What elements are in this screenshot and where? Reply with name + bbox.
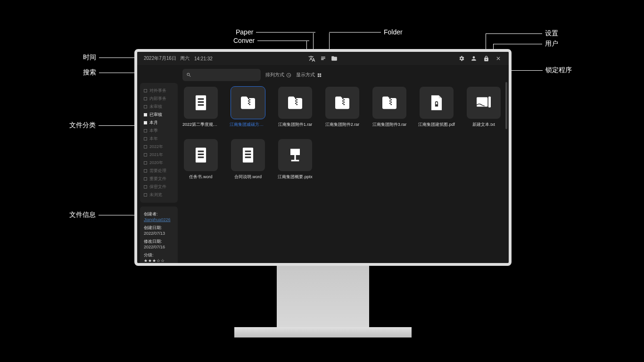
svg-rect-31: [198, 151, 204, 152]
category-label: 2021年: [149, 152, 163, 158]
svg-rect-29: [488, 97, 491, 107]
svg-rect-1: [198, 99, 204, 100]
category-item[interactable]: 本季: [143, 127, 175, 135]
monitor-base: [234, 327, 412, 337]
close-icon[interactable]: [495, 55, 502, 62]
svg-rect-36: [245, 154, 251, 155]
checkbox-icon: [144, 145, 147, 148]
callout-folder: Folder: [329, 28, 403, 36]
file-label: 合同说明.word: [234, 174, 262, 180]
svg-rect-20: [342, 103, 344, 104]
svg-rect-39: [291, 160, 299, 161]
category-item[interactable]: 2020年: [143, 159, 175, 167]
category-label: 本月: [149, 120, 158, 126]
svg-rect-21: [344, 104, 345, 106]
file-item[interactable]: 江南集团附件2.rar: [324, 87, 361, 128]
modified-value: 2022/07/16: [144, 245, 165, 249]
file-item[interactable]: 江南集团附件1.rar: [277, 87, 314, 128]
svg-rect-11: [297, 99, 298, 101]
settings-icon[interactable]: [458, 55, 465, 62]
user-icon[interactable]: [470, 55, 478, 62]
file-item[interactable]: 江南集团概要.pptx: [277, 139, 314, 180]
category-item[interactable]: 内部事务: [143, 95, 175, 103]
file-item[interactable]: 江南集团减碳方案.rar: [230, 87, 266, 128]
category-label: 未审核: [149, 104, 162, 110]
callout-settings: 设置: [486, 29, 558, 38]
category-item[interactable]: 2022年: [143, 143, 175, 151]
svg-rect-23: [391, 99, 392, 101]
file-item[interactable]: 2022第二季度规划...: [182, 87, 219, 128]
scrollbar[interactable]: [505, 82, 507, 129]
file-item[interactable]: 江南集团建筑图.pdf: [418, 87, 455, 128]
checkbox-icon: [144, 169, 147, 173]
svg-rect-2: [198, 101, 204, 103]
weekday-display: 周六: [180, 55, 190, 62]
svg-rect-4: [248, 98, 249, 99]
file-label: 江南集团附件3.rar: [372, 122, 407, 128]
category-item[interactable]: 重要文件: [143, 175, 175, 183]
category-item[interactable]: 未审核: [143, 103, 175, 111]
category-item[interactable]: 需要处理: [143, 167, 175, 175]
category-label: 已审核: [149, 112, 162, 118]
topbar: 2022年7月16日 周六 14:21:32: [137, 52, 509, 65]
pdf-file-icon: [420, 87, 454, 119]
checkbox-icon: [144, 113, 147, 116]
svg-rect-38: [294, 155, 296, 160]
view-control[interactable]: 显示方式: [296, 72, 322, 78]
svg-rect-26: [389, 103, 391, 104]
category-item[interactable]: 未浏览: [143, 191, 175, 199]
svg-rect-7: [249, 102, 251, 103]
category-label: 未浏览: [149, 192, 162, 198]
svg-rect-6: [248, 100, 249, 102]
callout-paper: Paper: [236, 28, 315, 36]
creator-link[interactable]: Jianghua0226: [144, 217, 171, 222]
category-item[interactable]: 对外事务: [143, 87, 175, 95]
category-label: 2022年: [149, 144, 163, 150]
svg-rect-8: [248, 103, 249, 104]
svg-rect-12: [295, 100, 297, 102]
category-item[interactable]: 已审核: [143, 111, 175, 119]
svg-rect-13: [297, 102, 298, 103]
svg-rect-22: [389, 98, 391, 99]
category-item[interactable]: 本年: [143, 135, 175, 143]
svg-rect-32: [198, 154, 204, 155]
created-value: 2022/07/13: [144, 231, 165, 236]
search-icon: [186, 72, 191, 78]
search-box[interactable]: [182, 69, 261, 81]
created-label: 创建日期:: [144, 225, 174, 231]
svg-rect-15: [297, 104, 298, 106]
svg-rect-33: [198, 156, 204, 158]
file-item[interactable]: 江南集团附件3.rar: [371, 87, 408, 128]
lock-icon[interactable]: [482, 55, 490, 62]
file-label: 江南集团附件2.rar: [325, 122, 360, 128]
rating-stars: ★★★☆☆: [144, 258, 165, 263]
ppt-file-icon: [278, 139, 312, 171]
file-item[interactable]: 合同说明.word: [230, 139, 266, 180]
search-input[interactable]: [191, 72, 257, 78]
callout-lock: 锁定程序: [501, 66, 572, 74]
callout-category: 文件分类: [69, 121, 136, 130]
category-item[interactable]: 2021年: [143, 151, 175, 159]
svg-rect-27: [391, 104, 392, 106]
file-item[interactable]: 新建文本.txt: [465, 87, 502, 128]
sort-control[interactable]: 排列方式: [265, 72, 291, 78]
file-label: 江南集团减碳方案.rar: [230, 122, 266, 128]
category-label: 对外事务: [149, 88, 166, 94]
zip-file-icon: [231, 87, 265, 119]
clock-icon: [286, 73, 291, 78]
file-label: 江南集团概要.pptx: [278, 174, 313, 180]
modified-label: 修改日期:: [144, 239, 174, 245]
translate-icon[interactable]: [308, 55, 315, 62]
monitor-stand: [277, 266, 369, 327]
folder-icon[interactable]: [330, 55, 338, 62]
svg-rect-5: [249, 99, 251, 101]
file-label: 江南集团附件1.rar: [278, 122, 313, 128]
category-item[interactable]: 本月: [143, 119, 175, 127]
checkbox-icon: [144, 105, 147, 108]
file-label: 江南集团建筑图.pdf: [418, 122, 455, 128]
checkbox-icon: [144, 89, 147, 92]
file-item[interactable]: 任务书.word: [182, 139, 219, 180]
category-item[interactable]: 保密文件: [143, 183, 175, 191]
svg-rect-3: [198, 104, 204, 106]
paper-icon[interactable]: [319, 55, 327, 62]
